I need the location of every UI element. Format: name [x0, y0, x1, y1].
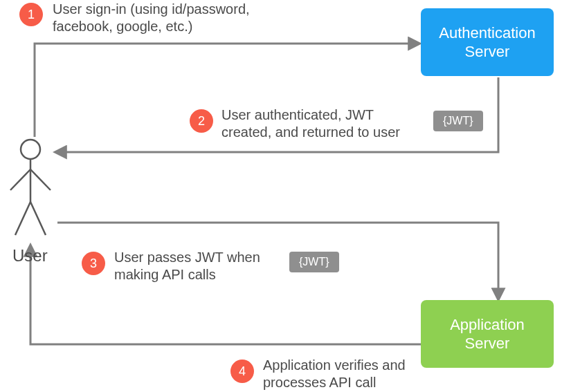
step-4-badge: 4	[230, 360, 254, 383]
svg-line-5	[30, 202, 46, 235]
step-3-text: User passes JWT when making API calls	[114, 249, 260, 283]
step-2-number: 2	[198, 114, 205, 129]
step-1-text: User sign-in (using id/password, faceboo…	[53, 1, 250, 35]
step-3-number: 3	[90, 256, 97, 271]
step-1-badge: 1	[19, 3, 43, 26]
step-3-badge: 3	[82, 252, 105, 275]
step-2-badge: 2	[190, 109, 213, 133]
step-1-number: 1	[28, 8, 35, 22]
user-label: User	[12, 246, 48, 265]
svg-line-3	[30, 169, 51, 190]
svg-line-2	[10, 169, 30, 190]
jwt-badge-1: {JWT}	[433, 111, 483, 131]
authentication-server-label: Authentication Server	[439, 24, 535, 62]
svg-line-4	[15, 202, 30, 235]
step-4-number: 4	[239, 364, 246, 379]
authentication-server-box: Authentication Server	[421, 8, 554, 76]
application-server-label: Application Server	[450, 315, 525, 353]
svg-point-0	[21, 140, 40, 159]
step-4-text: Application verifies and processes API c…	[263, 357, 406, 391]
step-2-text: User authenticated, JWT created, and ret…	[221, 106, 400, 141]
application-server-box: Application Server	[421, 300, 554, 368]
jwt-badge-2: {JWT}	[289, 252, 339, 272]
user-icon	[10, 140, 51, 235]
